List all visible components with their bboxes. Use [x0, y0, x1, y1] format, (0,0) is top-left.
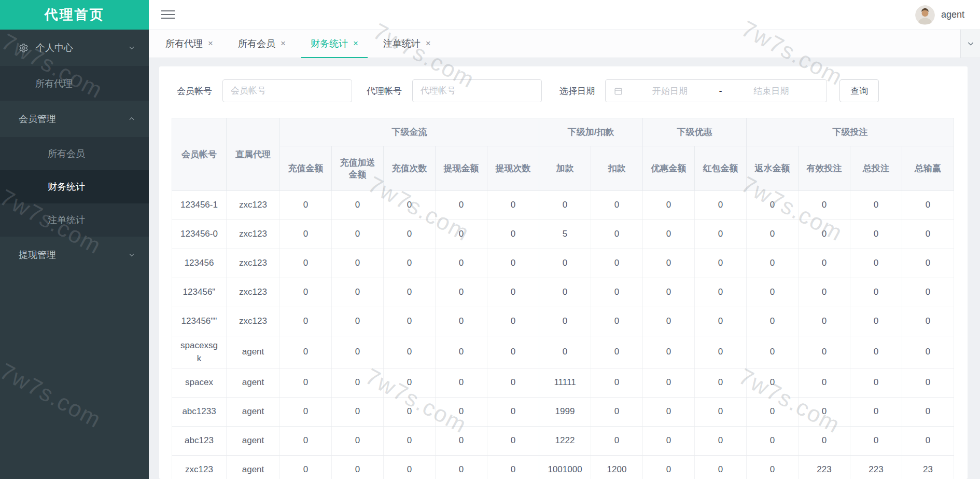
column-header: 优惠金额 [643, 146, 695, 191]
value-cell: 0 [799, 336, 850, 368]
value-cell: 0 [436, 220, 487, 249]
value-cell: 11111 [539, 368, 591, 398]
date-range-input[interactable]: 开始日期 - 结束日期 [605, 79, 827, 102]
value-cell: 0 [280, 307, 332, 336]
value-cell: 0 [850, 307, 902, 336]
sidebar-item-all-agents[interactable]: 所有代理 [0, 66, 149, 101]
value-cell: 0 [747, 307, 799, 336]
table-row: 123456"zxc1230000000000000 [172, 278, 954, 307]
tab-注单统计[interactable]: 注单统计× [374, 30, 440, 58]
value-cell: 0 [332, 456, 384, 479]
end-date-placeholder: 结束日期 [724, 85, 818, 97]
tab-bar: 所有代理×所有会员×财务统计×注单统计× [149, 30, 980, 58]
chevron-down-icon [967, 39, 975, 48]
value-cell: 0 [332, 398, 384, 427]
query-button[interactable]: 查询 [839, 79, 879, 102]
sidebar-item-personal-center[interactable]: 个人中心 [0, 30, 149, 66]
value-cell: 0 [591, 427, 643, 456]
value-cell: 0 [747, 427, 799, 456]
value-cell: 0 [436, 456, 487, 479]
member-account-label: 会员帐号 [177, 85, 212, 97]
member-account-input[interactable] [222, 79, 352, 102]
value-cell: 0 [799, 220, 850, 249]
table-row: 123456-1zxc1230000000000000 [172, 191, 954, 220]
value-cell: 0 [436, 398, 487, 427]
sidebar-item-withdraw-management[interactable]: 提现管理 [0, 237, 149, 273]
tabs-overflow-button[interactable] [960, 30, 980, 58]
user-menu[interactable]: agent [915, 0, 964, 30]
value-cell: 0 [747, 398, 799, 427]
value-cell: 0 [747, 456, 799, 479]
value-cell: 0 [902, 307, 954, 336]
value-cell: 0 [332, 278, 384, 307]
sidebar-item-label: 会员管理 [19, 113, 56, 125]
value-cell: 0 [902, 220, 954, 249]
direct-agent-cell: zxc123 [227, 220, 280, 249]
value-cell: 0 [695, 249, 747, 278]
value-cell: 0 [695, 427, 747, 456]
tab-close-icon[interactable]: × [353, 38, 358, 49]
agent-account-input[interactable] [412, 79, 542, 102]
value-cell: 0 [436, 336, 487, 368]
value-cell: 0 [591, 220, 643, 249]
tab-close-icon[interactable]: × [208, 38, 213, 49]
value-cell: 0 [487, 307, 539, 336]
table-row: spacexsgkagent0000000000000 [172, 336, 954, 368]
value-cell: 0 [487, 220, 539, 249]
sidebar-item-finance-stats[interactable]: 财务统计 [0, 170, 149, 203]
value-cell: 0 [591, 249, 643, 278]
tab-所有代理[interactable]: 所有代理× [156, 30, 222, 58]
value-cell: 0 [695, 191, 747, 220]
column-header: 返水金额 [747, 146, 799, 191]
value-cell: 0 [384, 220, 436, 249]
value-cell: 0 [643, 278, 695, 307]
value-cell: 0 [384, 278, 436, 307]
value-cell: 0 [643, 336, 695, 368]
value-cell: 0 [436, 427, 487, 456]
agent-account-label: 代理帐号 [367, 85, 402, 97]
value-cell: 0 [591, 278, 643, 307]
sidebar-item-member-management[interactable]: 会员管理 [0, 101, 149, 137]
sidebar-item-order-stats[interactable]: 注单统计 [0, 203, 149, 237]
value-cell: 0 [799, 307, 850, 336]
tab-close-icon[interactable]: × [426, 38, 431, 49]
direct-agent-cell: zxc123 [227, 249, 280, 278]
value-cell: 0 [436, 191, 487, 220]
value-cell: 0 [643, 427, 695, 456]
tab-list: 所有代理×所有会员×财务统计×注单统计× [149, 30, 980, 58]
sidebar-item-all-members[interactable]: 所有会员 [0, 137, 149, 170]
date-separator: - [717, 86, 724, 96]
column-header: 总投注 [850, 146, 902, 191]
value-cell: 0 [799, 191, 850, 220]
value-cell: 0 [280, 398, 332, 427]
value-cell: 0 [539, 336, 591, 368]
column-header: 充值金额 [280, 146, 332, 191]
member-account-cell: abc123 [172, 427, 227, 456]
sidebar-item-label: 提现管理 [19, 249, 56, 261]
value-cell: 0 [747, 278, 799, 307]
tab-财务统计[interactable]: 财务统计× [301, 30, 368, 58]
content-panel: 会员帐号 代理帐号 选择日期 开始日期 - 结束日期 查询 会员帐号直属代理下级… [159, 66, 968, 479]
value-cell: 0 [280, 336, 332, 368]
value-cell: 0 [487, 398, 539, 427]
chevron-down-icon [128, 44, 135, 51]
username: agent [941, 9, 964, 20]
value-cell: 0 [487, 456, 539, 479]
value-cell: 0 [332, 249, 384, 278]
member-account-cell: 123456-0 [172, 220, 227, 249]
direct-agent-cell: agent [227, 456, 280, 479]
value-cell: 223 [799, 456, 850, 479]
value-cell: 0 [591, 336, 643, 368]
column-header: 会员帐号 [172, 118, 227, 191]
sidebar-item-label: 所有代理 [35, 77, 73, 90]
value-cell: 0 [280, 427, 332, 456]
finance-table: 会员帐号直属代理下级金流下级加/扣款下级优惠下级投注充值金额充值加送金额充值次数… [172, 118, 954, 479]
direct-agent-cell: zxc123 [227, 278, 280, 307]
table-row: 123456-0zxc1230000050000000 [172, 220, 954, 249]
member-account-cell: 123456 [172, 249, 227, 278]
value-cell: 0 [436, 307, 487, 336]
hamburger-icon[interactable] [161, 8, 175, 21]
tab-所有会员[interactable]: 所有会员× [229, 30, 295, 58]
value-cell: 0 [902, 191, 954, 220]
tab-close-icon[interactable]: × [281, 38, 286, 49]
